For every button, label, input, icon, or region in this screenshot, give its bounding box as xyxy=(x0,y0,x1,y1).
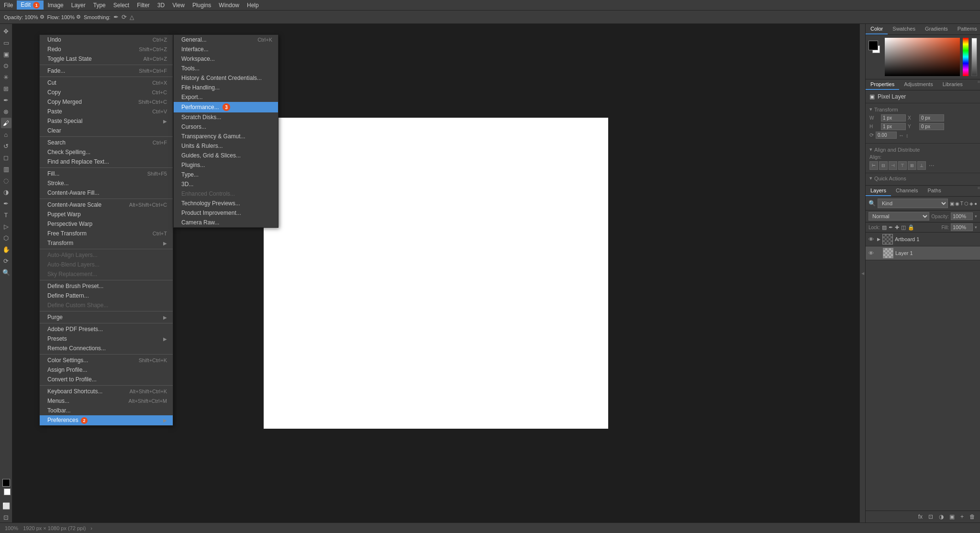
layer-item-1[interactable]: 👁 Layer 1 xyxy=(866,246,980,260)
layers-mask-button[interactable]: ⊡ xyxy=(926,513,935,521)
tab-properties[interactable]: Properties xyxy=(866,79,899,90)
pref-transparency[interactable]: Transparency & Gamut... xyxy=(174,132,278,141)
rotate-tool[interactable]: ⟳ xyxy=(1,255,11,266)
type-filter-icon[interactable]: T xyxy=(960,201,963,206)
menu-find-replace[interactable]: Find and Replace Text... xyxy=(40,157,173,167)
layers-adjustment-button[interactable]: ◑ xyxy=(937,513,946,521)
layers-fx-button[interactable]: fx xyxy=(916,513,924,521)
align-right-edges[interactable]: ⊣ xyxy=(889,161,897,170)
menu-plugins[interactable]: Plugins xyxy=(189,1,215,10)
hue-slider[interactable] xyxy=(963,38,969,76)
menu-preferences[interactable]: Preferences 2 ▶ xyxy=(40,415,173,425)
pref-performance[interactable]: Performance... 3 xyxy=(174,102,278,112)
blur-tool[interactable]: ◌ xyxy=(1,175,11,186)
menu-define-custom-shape[interactable]: Define Custom Shape... xyxy=(40,300,173,310)
layers-new-button[interactable]: + xyxy=(958,513,966,521)
tab-patterns[interactable]: Patterns xyxy=(953,24,980,34)
menu-assign-profile[interactable]: Assign Profile... xyxy=(40,365,173,375)
gradient-tool[interactable]: ▥ xyxy=(1,164,11,174)
align-top-edges[interactable]: ⊤ xyxy=(898,161,907,170)
menu-paste[interactable]: Paste Ctrl+V xyxy=(40,107,173,116)
pressure-icon[interactable]: ✒ xyxy=(113,13,119,21)
menu-color-settings[interactable]: Color Settings... Shift+Ctrl+K xyxy=(40,355,173,365)
menu-purge[interactable]: Purge ▶ xyxy=(40,312,173,322)
lock-all-icon[interactable]: 🔒 xyxy=(908,224,914,231)
pixel-filter-icon[interactable]: ▣ xyxy=(950,201,954,206)
menu-search[interactable]: Search Ctrl+F xyxy=(40,138,173,147)
flip-v-icon[interactable]: ↕ xyxy=(906,133,909,138)
menu-copy[interactable]: Copy Ctrl+C xyxy=(40,88,173,97)
layer-opacity-input[interactable] xyxy=(951,212,973,220)
menu-menus[interactable]: Menus... Alt+Shift+Ctrl+M xyxy=(40,396,173,406)
clone-tool[interactable]: ⌂ xyxy=(1,129,11,140)
menu-transform[interactable]: Transform ▶ xyxy=(40,238,173,248)
menu-clear[interactable]: Clear xyxy=(40,126,173,135)
pref-file-handling[interactable]: File Handling... xyxy=(174,83,278,92)
layers-group-button[interactable]: ▣ xyxy=(947,513,957,521)
menu-define-pattern[interactable]: Define Pattern... xyxy=(40,291,173,300)
smartobj-filter-icon[interactable]: ◈ xyxy=(969,201,973,206)
adjustment-filter-icon[interactable]: ◉ xyxy=(955,201,959,206)
brush-tool[interactable]: 🖌 xyxy=(1,118,11,128)
menu-view[interactable]: View xyxy=(168,1,189,10)
shape-tool[interactable]: ⬡ xyxy=(1,233,11,243)
select-tool[interactable]: ▣ xyxy=(1,49,11,59)
menu-redo[interactable]: Redo Shift+Ctrl+Z xyxy=(40,44,173,54)
quick-mask-toggle[interactable]: ⬜ xyxy=(1,500,11,511)
menu-toggle-last-state[interactable]: Toggle Last State Alt+Ctrl+Z xyxy=(40,54,173,64)
menu-sky-replacement[interactable]: Sky Replacement... xyxy=(40,269,173,279)
screen-mode-toggle[interactable]: ⊡ xyxy=(1,512,11,522)
menu-define-brush[interactable]: Define Brush Preset... xyxy=(40,281,173,291)
w-input[interactable] xyxy=(881,114,906,122)
menu-pdf-presets[interactable]: Adobe PDF Presets... xyxy=(40,324,173,334)
menu-remote-connections[interactable]: Remote Connections... xyxy=(40,344,173,353)
flip-h-icon[interactable]: ↔ xyxy=(899,133,904,138)
lock-transparent-icon[interactable]: ▨ xyxy=(882,224,887,231)
path-select-tool[interactable]: ▷ xyxy=(1,221,11,232)
pref-workspace[interactable]: Workspace... xyxy=(174,54,278,64)
menu-perspective-warp[interactable]: Perspective Warp xyxy=(40,219,173,229)
quick-actions-collapse-icon[interactable]: ▾ xyxy=(869,175,872,181)
pref-type[interactable]: Type... xyxy=(174,170,278,179)
h-input[interactable] xyxy=(881,123,906,130)
align-bottom-edges[interactable]: ⊥ xyxy=(917,161,926,170)
menu-copy-merged[interactable]: Copy Merged Shift+Ctrl+C xyxy=(40,97,173,107)
transform-collapse-icon[interactable]: ▾ xyxy=(869,106,872,112)
menu-content-aware-fill[interactable]: Content-Aware Fill... xyxy=(40,188,173,198)
move-tool[interactable]: ✥ xyxy=(1,26,11,36)
menu-free-transform[interactable]: Free Transform Ctrl+T xyxy=(40,229,173,238)
menu-cut[interactable]: Cut Ctrl+X xyxy=(40,78,173,88)
pref-camera-raw[interactable]: Camera Raw... xyxy=(174,218,278,227)
canvas-area[interactable]: Undo Ctrl+Z Redo Shift+Ctrl+Z Toggle Las… xyxy=(12,24,859,522)
flow-value[interactable]: 100% xyxy=(61,14,75,20)
properties-panel-collapse-icon[interactable]: ≡ xyxy=(978,79,980,90)
menu-auto-blend[interactable]: Auto-Blend Layers... xyxy=(40,260,173,269)
panel-collapse-strip[interactable]: ◀ xyxy=(859,24,865,522)
zoom-tool[interactable]: 🔍 xyxy=(1,267,11,278)
tab-layers[interactable]: Layers xyxy=(866,186,891,196)
dodge-tool[interactable]: ◑ xyxy=(1,187,11,197)
text-tool[interactable]: T xyxy=(1,210,11,220)
pref-general[interactable]: General... Ctrl+K xyxy=(174,35,278,44)
artboard-tool[interactable]: ▭ xyxy=(1,37,11,48)
tab-paths[interactable]: Paths xyxy=(923,186,946,196)
menu-convert-profile[interactable]: Convert to Profile... xyxy=(40,375,173,384)
menu-stroke[interactable]: Stroke... xyxy=(40,178,173,188)
menu-keyboard-shortcuts[interactable]: Keyboard Shortcuts... Alt+Shift+Ctrl+K xyxy=(40,387,173,396)
eraser-tool[interactable]: ◻ xyxy=(1,152,11,163)
bg-color-swatch[interactable] xyxy=(1,489,11,500)
menu-select[interactable]: Select xyxy=(110,1,133,10)
menu-filter[interactable]: Filter xyxy=(133,1,154,10)
lasso-tool[interactable]: ⊙ xyxy=(1,60,11,71)
menu-check-spelling[interactable]: Check Spelling... xyxy=(40,147,173,157)
y-input[interactable] xyxy=(919,123,944,130)
menu-image[interactable]: Image xyxy=(44,1,67,10)
tab-gradients[interactable]: Gradients xyxy=(920,24,953,34)
color-gradient-picker[interactable] xyxy=(885,38,960,76)
menu-paste-special[interactable]: Paste Special ▶ xyxy=(40,116,173,126)
pref-3d[interactable]: 3D... xyxy=(174,179,278,189)
foreground-swatch[interactable] xyxy=(869,41,878,50)
menu-layer[interactable]: Layer xyxy=(67,1,89,10)
pref-cursors[interactable]: Cursors... xyxy=(174,122,278,132)
crop-tool[interactable]: ⊞ xyxy=(1,83,11,94)
